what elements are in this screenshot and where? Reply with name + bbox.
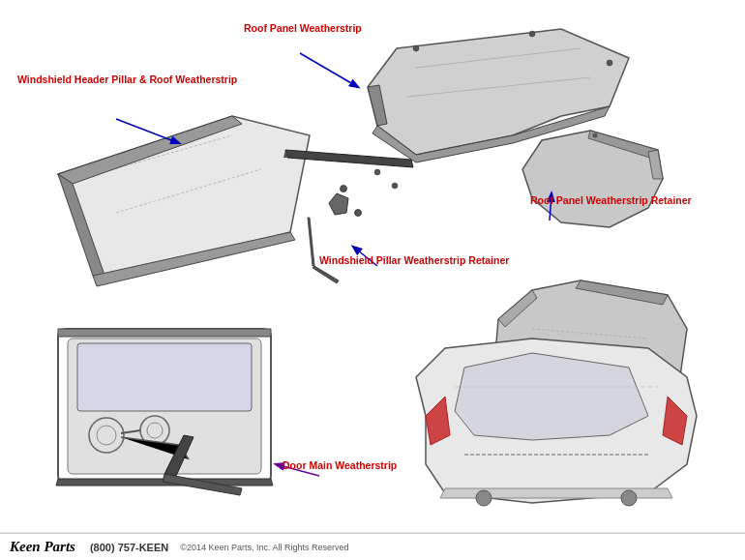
svg-point-6 bbox=[374, 169, 380, 175]
svg-point-7 bbox=[392, 183, 398, 189]
svg-point-3 bbox=[607, 60, 612, 66]
svg-rect-11 bbox=[77, 343, 252, 411]
svg-point-8 bbox=[593, 133, 598, 138]
svg-point-1 bbox=[413, 45, 419, 51]
logo: Keen Parts bbox=[10, 539, 75, 555]
footer: Keen Parts (800) 757-KEEN ©2014 Keen Par… bbox=[0, 533, 745, 560]
label-roof-panel-retainer: Roof Panel Weatherstrip Retainer bbox=[530, 193, 692, 208]
svg-point-4 bbox=[341, 186, 347, 192]
svg-point-2 bbox=[529, 31, 535, 37]
label-door-main: Door Main Weatherstrip bbox=[283, 458, 397, 473]
phone: (800) 757-KEEN bbox=[90, 542, 168, 553]
svg-point-16 bbox=[476, 490, 492, 506]
svg-point-17 bbox=[621, 490, 637, 506]
label-windshield-header: Windshield Header Pillar & Roof Weathers… bbox=[17, 73, 237, 87]
label-windshield-pillar-retainer: Windshield Pillar Weatherstrip Retainer bbox=[319, 253, 509, 268]
svg-point-5 bbox=[355, 210, 362, 217]
label-roof-panel-top: Roof Panel Weatherstrip bbox=[244, 21, 362, 36]
copyright: ©2014 Keen Parts, Inc. All Rights Reserv… bbox=[180, 543, 348, 552]
diagram-container: Windshield Header Pillar & Roof Weathers… bbox=[0, 0, 745, 560]
